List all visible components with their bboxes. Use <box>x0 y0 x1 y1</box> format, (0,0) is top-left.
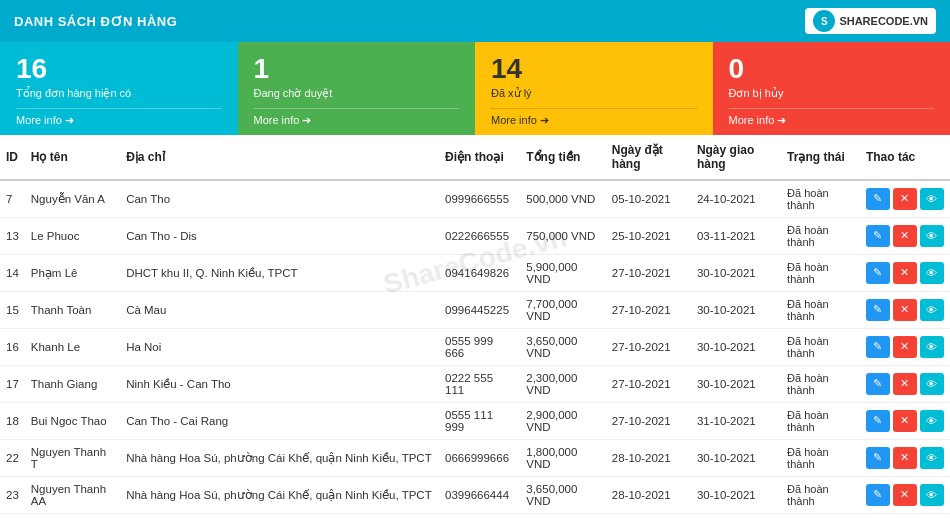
table-row: 23Nguyen Thanh AANhà hàng Hoa Sú, phường… <box>0 476 950 513</box>
cell-delivery-date: 30-10-2021 <box>691 328 781 365</box>
table-row: 14Phạm LêDHCT khu II, Q. Ninh Kiều, TPCT… <box>0 254 950 291</box>
edit-button[interactable]: ✎ <box>866 225 890 247</box>
cell-total: 5,900,000 VND <box>520 254 606 291</box>
cell-address: Can Tho - Cai Rang <box>120 402 439 439</box>
stat-label-total: Tổng đơn hàng hiện có <box>16 87 222 100</box>
action-buttons: ✎ ✕ 👁 <box>866 336 944 358</box>
cell-delivery-date: 30-10-2021 <box>691 476 781 513</box>
view-button[interactable]: 👁 <box>920 447 944 469</box>
cell-id: 16 <box>0 328 25 365</box>
cell-total: 2,900,000 VND <box>520 402 606 439</box>
status-badge: Đã hoàn thành <box>787 298 829 322</box>
view-button[interactable]: 👁 <box>920 410 944 432</box>
cell-total: 500,000 VND <box>520 180 606 218</box>
delete-button[interactable]: ✕ <box>893 336 917 358</box>
table-row: 18Bui Ngoc ThaoCan Tho - Cai Rang0555 11… <box>0 402 950 439</box>
stat-card-cancelled: 0 Đơn bị hủy More info ➔ <box>713 42 951 135</box>
delete-button[interactable]: ✕ <box>893 373 917 395</box>
cell-id: 15 <box>0 291 25 328</box>
cell-delivery-date: 30-10-2021 <box>691 291 781 328</box>
logo-text: SHARECODE.VN <box>839 15 928 27</box>
stat-card-pending: 1 Đang chờ duyệt More info ➔ <box>238 42 476 135</box>
stat-more-processed[interactable]: More info ➔ <box>491 108 697 127</box>
cell-address: Ninh Kiều - Can Tho <box>120 365 439 402</box>
view-button[interactable]: 👁 <box>920 225 944 247</box>
table-row: 13Le PhuocCan Tho - Dis0222666555750,000… <box>0 217 950 254</box>
delete-button[interactable]: ✕ <box>893 484 917 506</box>
cell-name: Nguyễn Văn A <box>25 180 120 218</box>
cell-status: Đã hoàn thành <box>781 476 860 513</box>
delete-button[interactable]: ✕ <box>893 262 917 284</box>
delete-button[interactable]: ✕ <box>893 410 917 432</box>
status-badge: Đã hoàn thành <box>787 261 829 285</box>
status-badge: Đã hoàn thành <box>787 483 829 507</box>
cell-address: Cần Thơ - Ninh Kiều <box>120 513 439 521</box>
edit-button[interactable]: ✎ <box>866 447 890 469</box>
edit-button[interactable]: ✎ <box>866 336 890 358</box>
view-button[interactable]: 👁 <box>920 484 944 506</box>
cell-phone: 0999666555 <box>439 180 520 218</box>
action-buttons: ✎ ✕ 👁 <box>866 373 944 395</box>
col-header: Tổng tiền <box>520 135 606 180</box>
cell-status: Đã hoàn thành <box>781 365 860 402</box>
view-button[interactable]: 👁 <box>920 299 944 321</box>
cell-id: 18 <box>0 402 25 439</box>
view-button[interactable]: 👁 <box>920 336 944 358</box>
cell-total: 1,800,000 VND <box>520 439 606 476</box>
view-button[interactable]: 👁 <box>920 262 944 284</box>
cell-status: Đã hoàn thành <box>781 513 860 521</box>
stat-more-cancelled[interactable]: More info ➔ <box>729 108 935 127</box>
stat-more-pending[interactable]: More info ➔ <box>254 108 460 127</box>
view-button[interactable]: 👁 <box>920 188 944 210</box>
cell-delivery-date: 31-10-2021 <box>691 513 781 521</box>
cell-id: 24 <box>0 513 25 521</box>
edit-button[interactable]: ✎ <box>866 188 890 210</box>
cell-status: Đã hoàn thành <box>781 217 860 254</box>
cell-id: 22 <box>0 439 25 476</box>
cell-name: Bui Ngoc Thao <box>25 402 120 439</box>
col-header: Ngày giao hàng <box>691 135 781 180</box>
cell-actions: ✎ ✕ 👁 <box>860 328 950 365</box>
cell-order-date: 27-10-2021 <box>606 328 691 365</box>
cell-id: 7 <box>0 180 25 218</box>
edit-button[interactable]: ✎ <box>866 410 890 432</box>
col-header: Điện thoại <box>439 135 520 180</box>
stat-label-pending: Đang chờ duyệt <box>254 87 460 100</box>
cell-delivery-date: 03-11-2021 <box>691 217 781 254</box>
delete-button[interactable]: ✕ <box>893 447 917 469</box>
edit-button[interactable]: ✎ <box>866 299 890 321</box>
stat-more-total[interactable]: More info ➔ <box>16 108 222 127</box>
action-buttons: ✎ ✕ 👁 <box>866 225 944 247</box>
edit-button[interactable]: ✎ <box>866 484 890 506</box>
delete-button[interactable]: ✕ <box>893 299 917 321</box>
cell-id: 23 <box>0 476 25 513</box>
cell-status: Đã hoàn thành <box>781 291 860 328</box>
page-title: DANH SÁCH ĐƠN HÀNG <box>14 14 177 29</box>
status-badge: Đã hoàn thành <box>787 372 829 396</box>
edit-button[interactable]: ✎ <box>866 373 890 395</box>
view-button[interactable]: 👁 <box>920 373 944 395</box>
cell-order-date: 27-10-2021 <box>606 291 691 328</box>
cell-total: 2,300,000 VND <box>520 365 606 402</box>
cell-total: 3,650,000 VND <box>520 476 606 513</box>
delete-button[interactable]: ✕ <box>893 225 917 247</box>
edit-button[interactable]: ✎ <box>866 262 890 284</box>
table-row: 22Nguyen Thanh TNhà hàng Hoa Sú, phường … <box>0 439 950 476</box>
cell-status: Đã hoàn thành <box>781 402 860 439</box>
cell-actions: ✎ ✕ 👁 <box>860 476 950 513</box>
stat-number-processed: 14 <box>491 54 697 85</box>
status-badge: Đã hoàn thành <box>787 446 829 470</box>
action-buttons: ✎ ✕ 👁 <box>866 410 944 432</box>
delete-button[interactable]: ✕ <box>893 188 917 210</box>
cell-delivery-date: 24-10-2021 <box>691 180 781 218</box>
cell-actions: ✎ ✕ 👁 <box>860 513 950 521</box>
col-header: Trạng thái <box>781 135 860 180</box>
logo-area: S SHARECODE.VN <box>805 8 936 34</box>
table-row: 7Nguyễn Văn ACan Tho0999666555500,000 VN… <box>0 180 950 218</box>
orders-table: IDHọ tênĐịa chỉĐiện thoạiTổng tiềnNgày đ… <box>0 135 950 521</box>
cell-total: 3,650,000 VND <box>520 328 606 365</box>
cell-order-date: 25-10-2021 <box>606 217 691 254</box>
header-bar: DANH SÁCH ĐƠN HÀNG S SHARECODE.VN <box>0 0 950 42</box>
status-badge: Đã hoàn thành <box>787 335 829 359</box>
cell-actions: ✎ ✕ 👁 <box>860 439 950 476</box>
